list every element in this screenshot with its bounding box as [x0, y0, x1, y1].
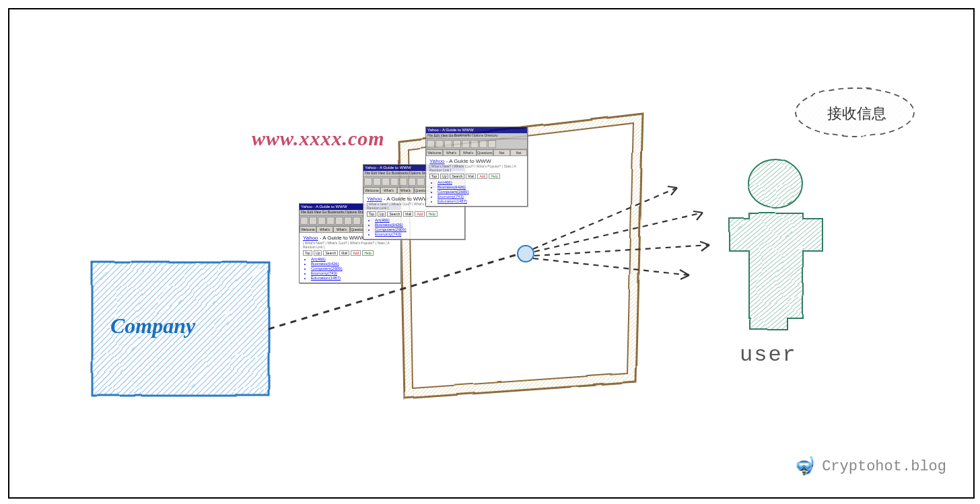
watermark-text: Cryptohot.blog: [822, 458, 946, 475]
bubble-text: 接收信息: [827, 104, 886, 124]
lens-icon: [517, 245, 533, 261]
browser-window: Yahoo - A Guide to WWW File Edit View Go…: [425, 127, 528, 207]
sketch-layer: [9, 9, 973, 497]
company-label: Company: [110, 314, 195, 338]
diagram-canvas: Yahoo - A Guide to WWW File Edit View Go…: [8, 8, 975, 499]
svg-point-9: [748, 159, 802, 207]
window-body: Yahoo - A Guide to WWW [ What's New? | W…: [300, 233, 400, 283]
watermark: 🤿 Cryptohot.blog: [794, 456, 946, 477]
user-label: user: [740, 343, 797, 367]
watermark-icon: 🤿: [794, 456, 815, 477]
user-figure: [729, 159, 822, 329]
url-label: www.xxxx.com: [252, 127, 385, 150]
